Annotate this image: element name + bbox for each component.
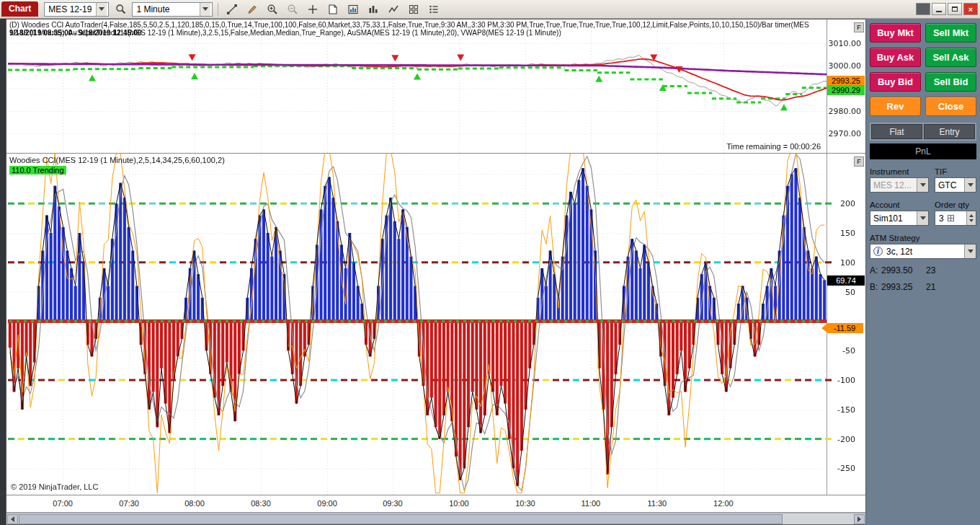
minimize-button[interactable] — [932, 3, 946, 15]
chart-trader-icon[interactable] — [344, 1, 362, 17]
date-range-text: 9/18/2019 08:35:00 - 9/18/2019 12:45:00 — [9, 29, 141, 37]
bid-label: B: — [870, 282, 881, 292]
supertrend-price-badge: 2990.29 — [827, 85, 865, 95]
pnl-display: PnL — [870, 144, 976, 159]
account-select[interactable]: Sim101 — [870, 211, 929, 226]
instrument-label: Instrument — [870, 167, 929, 176]
order-button-grid: Buy Mkt Sell Mkt Buy Ask Sell Ask Buy Bi… — [870, 23, 976, 116]
instrument-value: MES 12-19 — [48, 4, 92, 14]
bid-quote-row: B: 2993.25 21 — [870, 282, 976, 292]
pin-window-button[interactable] — [916, 3, 930, 15]
search-icon[interactable] — [112, 1, 129, 17]
bar-timer-text: Time remaining = 00:00:26 — [726, 142, 821, 151]
draw-pencil-icon[interactable] — [244, 1, 261, 17]
zoom-in-icon[interactable] — [264, 1, 281, 17]
panel-focus-button[interactable]: F — [854, 22, 864, 32]
x-tick-label: 08:00 — [182, 499, 208, 508]
turbo-cci-value-badge: -11.59 — [821, 323, 863, 333]
buy-ask-button[interactable]: Buy Ask — [870, 48, 921, 67]
bar-type-icon[interactable] — [365, 1, 382, 17]
x-tick-label: 09:00 — [314, 499, 340, 508]
ask-label: A: — [870, 265, 881, 275]
zoom-out-icon[interactable] — [284, 1, 301, 17]
cci-indicator-title: Woodies CCI(MES 12-19 (1 Minute),2,5,14,… — [9, 156, 225, 164]
buy-market-button[interactable]: Buy Mkt — [870, 23, 921, 43]
x-tick-label: 11:00 — [578, 499, 604, 508]
chart-tab[interactable]: Chart — [1, 1, 38, 17]
flat-tab[interactable]: Flat — [871, 124, 922, 139]
indicator-zigzag-icon[interactable] — [385, 1, 402, 17]
panel-focus-button[interactable]: F — [854, 156, 864, 167]
spin-down-icon[interactable] — [969, 219, 974, 222]
strategy-grid-icon[interactable] — [405, 1, 422, 17]
account-label: Account — [870, 200, 929, 209]
chart-tab-label: Chart — [9, 4, 31, 14]
chevron-down-icon — [200, 3, 210, 16]
left-gutter — [0, 19, 6, 525]
cci-trend-status-badge: 110.0 Trending — [9, 166, 66, 175]
qty-spinner[interactable] — [966, 211, 976, 225]
scroll-right-button[interactable] — [854, 514, 865, 524]
info-icon[interactable]: i — [873, 247, 883, 256]
trendline-tool-icon[interactable] — [223, 1, 241, 17]
bid-price: 2993.25 — [881, 282, 926, 292]
cci-value-badge: 69.74 — [827, 275, 865, 286]
price-chart-canvas[interactable] — [6, 19, 865, 153]
interval-selector[interactable]: 1 Minute — [132, 2, 213, 17]
ask-price: 2993.50 — [881, 265, 926, 275]
chevron-down-icon — [917, 211, 928, 225]
cci-chart-canvas[interactable] — [6, 154, 865, 495]
new-chart-icon[interactable] — [324, 1, 342, 17]
x-tick-label: 07:30 — [116, 499, 142, 508]
x-tick-label: 08:30 — [248, 499, 274, 508]
toolbar-separator — [218, 3, 218, 16]
sell-bid-button[interactable]: Sell Bid — [925, 72, 976, 92]
close-position-button[interactable]: Close — [925, 97, 976, 116]
chart-window: (D) Woodies CCI AutoTrader(4,False,185,5… — [6, 19, 866, 525]
ask-size: 23 — [926, 265, 935, 275]
chevron-down-icon — [96, 3, 107, 16]
buy-bid-button[interactable]: Buy Bid — [870, 72, 921, 92]
x-tick-label: 11:30 — [644, 499, 670, 508]
chevron-down-icon — [917, 178, 928, 192]
close-button[interactable]: × — [963, 3, 978, 15]
cci-panel: Woodies CCI(MES 12-19 (1 Minute),2,5,14,… — [6, 154, 865, 495]
dom-instrument-select[interactable]: MES 12... — [870, 177, 929, 193]
properties-list-icon[interactable] — [425, 1, 442, 17]
quantity-stepper[interactable]: 3 — [935, 211, 976, 226]
scrollbar-thumb[interactable] — [19, 514, 783, 524]
interval-value: 1 Minute — [136, 4, 169, 14]
copyright-text: © 2019 NinjaTrader, LLC — [11, 482, 98, 491]
flat-entry-row: Flat Entry — [870, 123, 976, 141]
reverse-button[interactable]: Rev — [870, 97, 921, 116]
scroll-left-button[interactable] — [7, 514, 18, 524]
chevron-down-icon — [964, 178, 976, 192]
entry-tab[interactable]: Entry — [924, 124, 975, 139]
tif-label: TIF — [935, 167, 976, 176]
order-qty-label: Order qty — [935, 200, 976, 209]
atm-strategy-label: ATM Strategy — [870, 234, 976, 242]
main-area: (D) Woodies CCI AutoTrader(4,False,185,5… — [0, 19, 980, 525]
bid-size: 21 — [926, 282, 935, 292]
maximize-button[interactable] — [948, 3, 962, 15]
time-axis: 07:0007:3008:0008:3009:0009:3010:0010:30… — [6, 495, 865, 513]
chevron-down-icon — [964, 244, 976, 258]
sell-market-button[interactable]: Sell Mkt — [925, 23, 976, 43]
crosshair-icon[interactable] — [304, 1, 321, 17]
x-tick-label: 10:00 — [446, 499, 472, 508]
price-panel: (D) Woodies CCI AutoTrader(4,False,185,5… — [6, 19, 865, 154]
keypad-icon[interactable] — [948, 215, 954, 221]
spin-up-icon[interactable] — [969, 214, 974, 217]
last-price-badge: 2993.25 — [827, 76, 865, 86]
tif-select[interactable]: GTC — [935, 177, 976, 193]
titlebar: Chart MES 12-19 1 Minute — [0, 0, 980, 19]
chart-trader-panel: Buy Mkt Sell Mkt Buy Ask Sell Ask Buy Bi… — [866, 19, 980, 525]
x-tick-label: 07:00 — [50, 499, 76, 508]
instrument-selector[interactable]: MES 12-19 — [44, 2, 109, 17]
x-tick-label: 12:00 — [710, 499, 736, 508]
sell-ask-button[interactable]: Sell Ask — [925, 48, 976, 67]
atm-strategy-select[interactable]: i 3c, 12t — [870, 244, 976, 259]
x-tick-label: 09:30 — [380, 499, 406, 508]
ask-quote-row: A: 2993.50 23 — [870, 265, 976, 275]
window-controls: × — [916, 3, 978, 15]
